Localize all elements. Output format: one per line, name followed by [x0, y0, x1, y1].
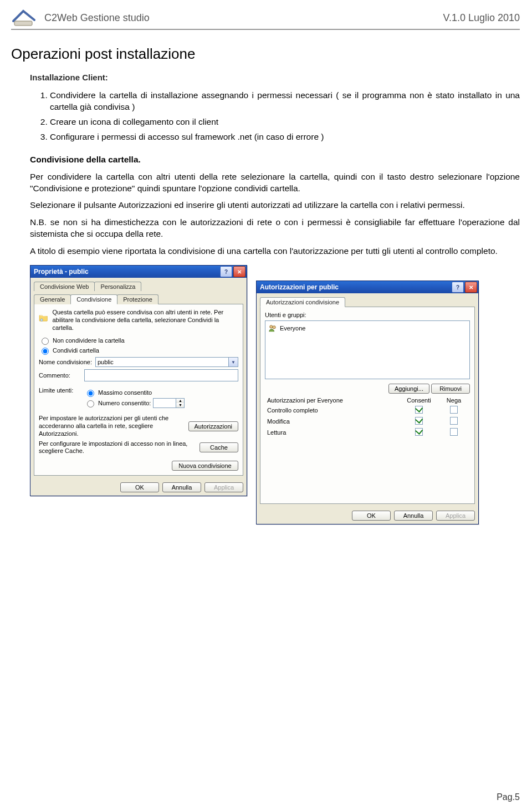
radio-num-input[interactable]: [87, 400, 94, 407]
help-icon[interactable]: ?: [220, 266, 232, 277]
deny-checkbox[interactable]: [450, 417, 458, 425]
radio-num-allowed[interactable]: Numero consentito: ▲▼: [84, 398, 238, 408]
perm-header-label: Autorizzazioni per Everyone: [265, 396, 400, 405]
svg-point-2: [270, 325, 273, 328]
apply-button[interactable]: Applica: [204, 482, 243, 492]
radio-share-input[interactable]: [42, 348, 49, 355]
page-number: Pag.5: [497, 792, 520, 802]
radio-no-share-label: Non condividere la cartella: [53, 337, 125, 344]
allow-checkbox[interactable]: [415, 428, 423, 436]
header-left: C2Web Gestione studio: [44, 12, 150, 24]
dialog-permissions: Autorizzazioni per public ? ✕ Autorizzaz…: [256, 281, 479, 524]
close-icon[interactable]: ✕: [465, 282, 477, 293]
step-3: Configurare i permessi di accesso sul fr…: [50, 131, 520, 143]
dialog-properties-buttons: OK Annulla Applica: [30, 479, 247, 496]
limit-label: Limite utenti:: [39, 387, 81, 394]
allow-checkbox[interactable]: [415, 417, 423, 425]
svg-point-1: [40, 319, 43, 321]
tab-security[interactable]: Protezione: [117, 294, 158, 304]
ok-button[interactable]: OK: [352, 511, 391, 521]
comment-label: Commento:: [39, 372, 81, 379]
permissions-panel: Utenti e gruppi: Everyone Aggiungi... Ri…: [260, 307, 475, 504]
tab-general[interactable]: Generale: [34, 294, 71, 304]
tab-sharing[interactable]: Condivisione: [70, 294, 117, 304]
cache-text: Per configurare le impostazioni di acces…: [39, 440, 196, 456]
deny-checkbox[interactable]: [450, 428, 458, 436]
shared-folder-icon: [39, 309, 48, 327]
cache-button[interactable]: Cache: [200, 442, 238, 452]
install-steps: Condividere la cartella di installazione…: [50, 90, 520, 143]
subhead-share-folder: Condivisione della cartella.: [30, 154, 520, 166]
perm-row-modify: Modifica: [265, 416, 470, 427]
close-icon[interactable]: ✕: [233, 266, 245, 277]
chevron-down-icon[interactable]: ▼: [176, 403, 184, 407]
step-1: Condividere la cartella di installazione…: [50, 90, 520, 113]
para-2: Selezionare il pulsante Autorizzazioni e…: [30, 200, 520, 211]
help-icon[interactable]: ?: [452, 282, 464, 293]
para-3: N.B. se non si ha dimestichezza con le a…: [30, 217, 520, 240]
ok-button[interactable]: OK: [120, 482, 159, 492]
deny-checkbox[interactable]: [450, 406, 458, 414]
svg-rect-0: [14, 21, 32, 26]
permissions-button[interactable]: Autorizzazioni: [188, 421, 238, 431]
perm-row-full-control: Controllo completo: [265, 405, 470, 416]
page-title: Operazioni post installazione: [11, 45, 520, 63]
dialog-permissions-titlebar[interactable]: Autorizzazioni per public ? ✕: [257, 281, 478, 293]
radio-num-label: Numero consentito:: [98, 400, 151, 406]
dialog-permissions-tabs: Autorizzazioni condivisione: [257, 293, 478, 307]
allow-checkbox[interactable]: [415, 406, 423, 414]
cancel-button[interactable]: Annulla: [162, 482, 201, 492]
radio-share[interactable]: Condividi cartella: [39, 346, 238, 355]
para-4: A titolo di esempio viene riportata la c…: [30, 246, 520, 257]
tabs-row-1: Condivisione Web Personalizza: [30, 278, 247, 291]
perm-name: Modifica: [265, 416, 400, 427]
user-count-spinner[interactable]: ▲▼: [153, 398, 185, 408]
radio-max-label: Massimo consentito: [98, 389, 152, 396]
chevron-up-icon[interactable]: ▲: [176, 399, 184, 403]
sharing-panel: Questa cartella può essere condivisa con…: [34, 304, 243, 476]
group-icon: [269, 324, 277, 332]
header-right: V.1.0 Luglio 2010: [443, 12, 520, 24]
radio-max-input[interactable]: [87, 390, 94, 397]
users-listbox[interactable]: Everyone: [265, 320, 470, 379]
radio-no-share[interactable]: Non condividere la cartella: [39, 336, 238, 345]
share-name-label: Nome condivisione:: [39, 359, 92, 365]
dialog-permissions-buttons: OK Annulla Applica: [257, 507, 478, 524]
perm-name: Controllo completo: [265, 405, 400, 416]
step-2: Creare un icona di collegamento con il c…: [50, 116, 520, 128]
radio-max-allowed[interactable]: Massimo consentito: [84, 388, 238, 397]
perm-row-read: Lettura: [265, 427, 470, 438]
tab-web-sharing[interactable]: Condivisione Web: [34, 282, 95, 291]
perm-name: Lettura: [265, 427, 400, 438]
dialog-permissions-title: Autorizzazioni per public: [260, 283, 339, 291]
new-share-button[interactable]: Nuova condivisione: [172, 461, 238, 471]
para-1: Per condividere la cartella con altri ut…: [30, 171, 520, 195]
svg-point-3: [273, 326, 275, 329]
remove-user-button[interactable]: Rimuovi: [431, 384, 470, 394]
share-name-dropdown[interactable]: ▼: [95, 357, 238, 367]
col-allow: Consenti: [400, 396, 438, 405]
cancel-button[interactable]: Annulla: [394, 511, 433, 521]
col-deny: Nega: [438, 396, 470, 405]
permissions-text: Per impostare le autorizzazioni per gli …: [39, 415, 185, 437]
logo-icon: [11, 8, 38, 28]
apply-button[interactable]: Applica: [436, 511, 475, 521]
users-groups-label: Utenti e gruppi:: [265, 312, 470, 318]
page-header: C2Web Gestione studio V.1.0 Luglio 2010: [11, 8, 520, 30]
radio-no-share-input[interactable]: [42, 338, 49, 345]
permissions-table: Autorizzazioni per Everyone Consenti Neg…: [265, 396, 470, 438]
comment-input[interactable]: [84, 369, 238, 381]
sharing-info-text: Questa cartella può essere condivisa con…: [52, 309, 238, 332]
chevron-down-icon[interactable]: ▼: [228, 358, 238, 366]
figures-row: Proprietà - public ? ✕ Condivisione Web …: [30, 265, 520, 524]
share-name-input[interactable]: [95, 357, 238, 367]
radio-share-label: Condividi cartella: [53, 347, 99, 354]
tab-customize[interactable]: Personalizza: [94, 282, 141, 291]
add-user-button[interactable]: Aggiungi...: [388, 384, 429, 394]
dialog-properties-title: Proprietà - public: [34, 268, 89, 276]
subhead-install-client: Installazione Client:: [30, 73, 520, 82]
dialog-properties-titlebar[interactable]: Proprietà - public ? ✕: [30, 266, 247, 278]
user-everyone[interactable]: Everyone: [280, 325, 305, 332]
dialog-properties: Proprietà - public ? ✕ Condivisione Web …: [30, 265, 247, 496]
tab-share-permissions[interactable]: Autorizzazioni condivisione: [260, 297, 345, 307]
